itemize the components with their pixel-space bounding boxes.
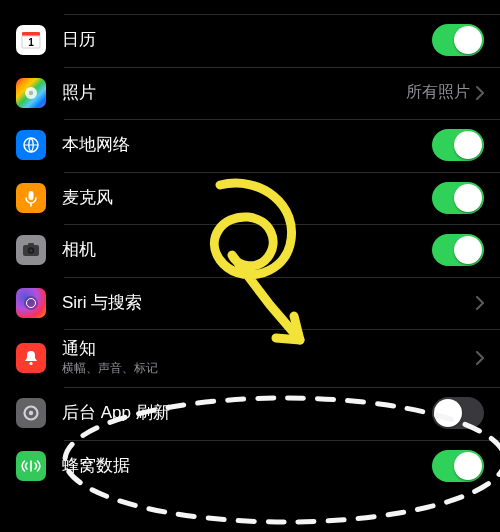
calendar-icon: 1: [16, 25, 46, 55]
cellular-icon: [16, 451, 46, 481]
row-label: 后台 App 刷新: [62, 403, 432, 423]
svg-rect-6: [29, 191, 34, 200]
cellular-toggle[interactable]: [432, 450, 484, 482]
notifications-subtitle: 横幅、声音、标记: [62, 360, 476, 377]
photos-detail: 所有照片: [406, 82, 470, 103]
settings-row-cellular[interactable]: 蜂窝数据: [0, 440, 500, 493]
row-label: 照片: [62, 83, 406, 103]
chevron-right-icon: [476, 351, 484, 365]
svg-point-15: [29, 411, 33, 415]
local-network-icon: [16, 130, 46, 160]
row-label: 日历: [62, 30, 432, 50]
settings-list: 1 日历 照片 所有照片 本地网络 麦克风 相机: [0, 0, 500, 492]
settings-row-calendar[interactable]: 1 日历: [0, 14, 500, 67]
settings-row-microphone[interactable]: 麦克风: [0, 172, 500, 225]
notifications-icon: [16, 343, 46, 373]
settings-row-siri[interactable]: Siri 与搜索: [0, 277, 500, 330]
row-label: 相机: [62, 240, 432, 260]
camera-icon: [16, 235, 46, 265]
chevron-right-icon: [476, 86, 484, 100]
row-label: 本地网络: [62, 135, 432, 155]
svg-point-9: [30, 249, 33, 252]
gear-icon: [16, 398, 46, 428]
background-refresh-toggle[interactable]: [432, 397, 484, 429]
camera-toggle[interactable]: [432, 234, 484, 266]
calendar-toggle[interactable]: [432, 24, 484, 56]
svg-rect-0: [22, 32, 40, 36]
microphone-icon: [16, 183, 46, 213]
settings-row-camera[interactable]: 相机: [0, 224, 500, 277]
microphone-toggle[interactable]: [432, 182, 484, 214]
settings-row-background-refresh[interactable]: 后台 App 刷新: [0, 387, 500, 440]
row-label: 蜂窝数据: [62, 456, 432, 476]
local-network-toggle[interactable]: [432, 129, 484, 161]
row-label: 通知: [62, 339, 476, 359]
photos-icon: [16, 78, 46, 108]
svg-rect-10: [28, 243, 34, 246]
settings-row-local-network[interactable]: 本地网络: [0, 119, 500, 172]
siri-icon: [16, 288, 46, 318]
svg-text:1: 1: [28, 37, 34, 48]
settings-row-unknown[interactable]: [0, 0, 500, 14]
svg-point-13: [29, 362, 32, 365]
settings-row-notifications[interactable]: 通知 横幅、声音、标记: [0, 329, 500, 387]
chevron-right-icon: [476, 296, 484, 310]
settings-row-photos[interactable]: 照片 所有照片: [0, 67, 500, 120]
svg-point-4: [29, 91, 33, 95]
row-label: Siri 与搜索: [62, 293, 476, 313]
row-label: 麦克风: [62, 188, 432, 208]
settings-screen: { "rows": { "top": { "label": "" }, "cal…: [0, 0, 500, 532]
